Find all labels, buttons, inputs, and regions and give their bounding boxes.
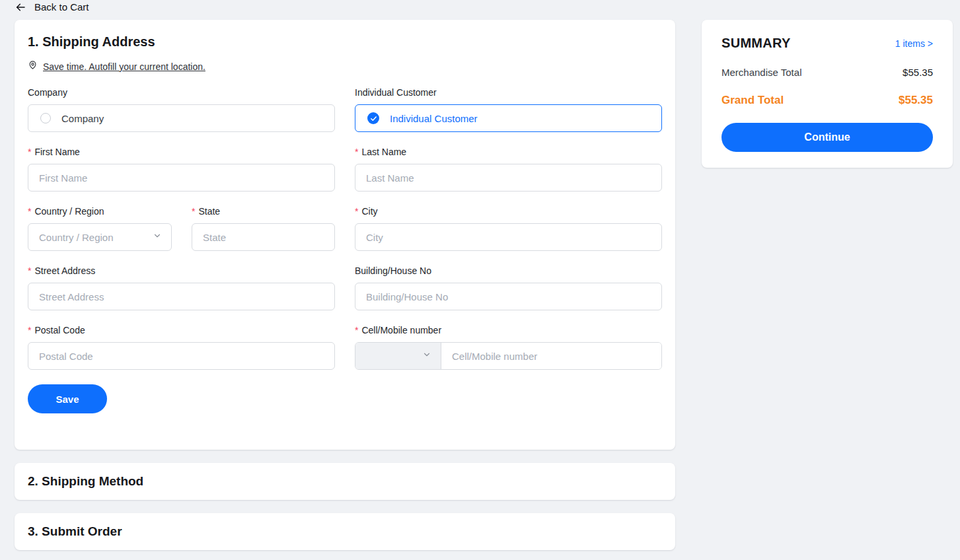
individual-type-label: Individual Customer: [355, 87, 437, 98]
street-address-label: Street Address: [34, 265, 95, 276]
grand-total-label: Grand Total: [721, 94, 784, 107]
required-marker: *: [355, 325, 358, 335]
required-marker: *: [192, 206, 195, 217]
last-name-input[interactable]: [355, 164, 662, 192]
phone-country-code-select[interactable]: [355, 343, 441, 369]
autofill-location-link[interactable]: Save time. Autofill your current locatio…: [43, 61, 205, 72]
postal-code-input[interactable]: [28, 342, 335, 370]
company-type-label: Company: [28, 87, 67, 98]
company-type-option[interactable]: Company: [28, 104, 335, 132]
country-region-placeholder: Country / Region: [39, 232, 114, 243]
last-name-label: Last Name: [361, 147, 406, 157]
postal-code-label: Postal Code: [34, 325, 85, 335]
building-house-no-label: Building/House No: [355, 265, 431, 276]
individual-type-option[interactable]: Individual Customer: [355, 104, 662, 132]
location-pin-icon: [28, 60, 38, 73]
street-address-input[interactable]: [28, 283, 335, 310]
required-marker: *: [28, 265, 31, 276]
grand-total-value: $55.35: [899, 94, 933, 107]
chevron-down-icon: [153, 231, 162, 243]
country-region-label: Country / Region: [34, 206, 104, 217]
shipping-method-card: 2. Shipping Method: [15, 463, 675, 500]
cell-mobile-label: Cell/Mobile number: [361, 325, 441, 335]
radio-unselected-icon: [40, 113, 51, 123]
merchandise-total-value: $55.35: [903, 67, 933, 78]
building-house-no-input[interactable]: [355, 283, 662, 310]
radio-selected-check-icon: [367, 112, 379, 124]
submit-order-card: 3. Submit Order: [15, 513, 675, 550]
summary-card: SUMMARY 1 items > Merchandise Total $55.…: [702, 20, 953, 168]
city-input[interactable]: [355, 223, 662, 251]
save-button[interactable]: Save: [28, 384, 107, 413]
state-label: State: [198, 206, 220, 217]
shipping-address-title: 1. Shipping Address: [28, 34, 662, 50]
chevron-down-icon: [422, 350, 431, 362]
arrow-left-icon: [15, 2, 26, 13]
shipping-address-card: 1. Shipping Address Save time. Autofill …: [15, 20, 675, 450]
merchandise-total-label: Merchandise Total: [721, 67, 801, 78]
required-marker: *: [28, 147, 31, 157]
required-marker: *: [28, 325, 31, 335]
summary-title: SUMMARY: [721, 36, 791, 51]
shipping-method-title: 2. Shipping Method: [28, 474, 662, 489]
required-marker: *: [28, 206, 31, 217]
city-label: City: [361, 206, 377, 217]
first-name-input[interactable]: [28, 164, 335, 192]
required-marker: *: [355, 206, 358, 217]
continue-button[interactable]: Continue: [721, 123, 933, 152]
submit-order-title: 3. Submit Order: [28, 524, 662, 539]
items-count-link[interactable]: 1 items >: [895, 38, 933, 49]
back-to-cart-label: Back to Cart: [34, 1, 89, 13]
cell-mobile-field: [355, 342, 662, 370]
cell-mobile-input[interactable]: [441, 343, 661, 369]
company-option-label: Company: [61, 113, 104, 124]
back-to-cart-link[interactable]: Back to Cart: [15, 1, 89, 13]
required-marker: *: [355, 147, 358, 157]
individual-option-label: Individual Customer: [390, 113, 478, 124]
state-input[interactable]: [192, 223, 335, 251]
country-region-select[interactable]: Country / Region: [28, 223, 172, 251]
first-name-label: First Name: [34, 147, 79, 157]
